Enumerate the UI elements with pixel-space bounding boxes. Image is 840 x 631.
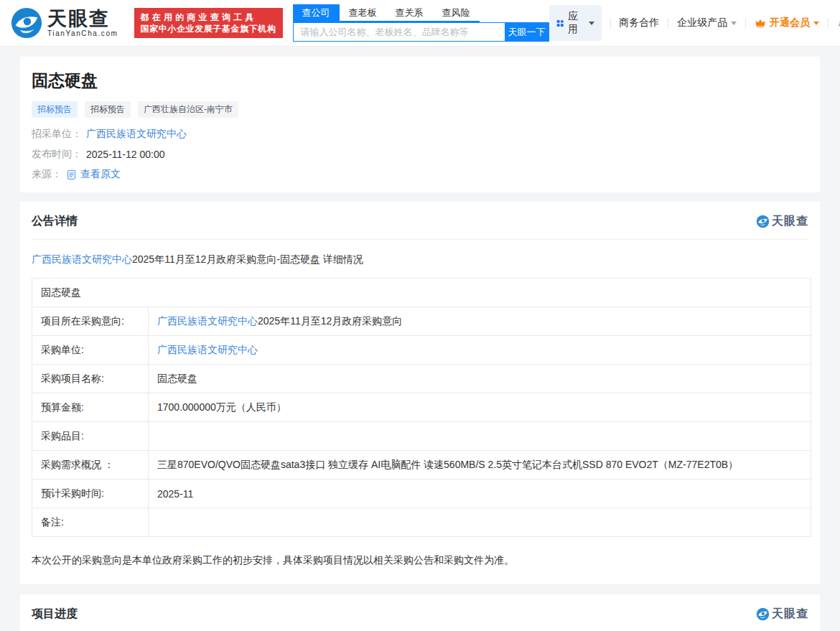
table-row: 项目所在采购意向: 广西民族语文研究中心2025年11月至12月政府采购意向	[32, 307, 811, 336]
slogan-line-1: 都在用的商业查询工具	[141, 11, 276, 23]
brand-domain: TianYanCha.com	[47, 29, 118, 37]
meta-label: 发布时间：	[32, 148, 82, 161]
chevron-down-icon	[731, 22, 737, 25]
row-value: 广西民族语文研究中心	[149, 336, 811, 365]
chevron-down-icon	[589, 22, 594, 25]
search-tabs: 查公司 查老板 查关系 查风险	[293, 4, 480, 22]
meta-row-purchaser: 招采单位： 广西民族语文研究中心	[32, 128, 808, 141]
document-icon	[66, 169, 77, 180]
header-nav: 应用 商务合作 企业级产品 开通会员	[549, 5, 840, 41]
row-value	[149, 508, 811, 537]
tag-region: 广西壮族自治区-南宁市	[138, 101, 238, 118]
table-row: 预算金额: 1700.000000万元（人民币）	[32, 393, 811, 422]
search-module: 查公司 查老板 查关系 查风险 天眼一下	[293, 4, 549, 42]
announcement-summary-card: 固态硬盘 招标预告 招标预告 广西壮族自治区-南宁市 招采单位： 广西民族语文研…	[20, 57, 820, 192]
divider	[828, 18, 829, 28]
org-link[interactable]: 广西民族语文研究中心	[32, 253, 132, 265]
row-value: 广西民族语文研究中心2025年11月至12月政府采购意向	[149, 307, 811, 336]
apps-menu-label: 应用	[568, 10, 582, 36]
section-header: 公告详情 天眼查	[20, 202, 820, 239]
nav-open-vip[interactable]: 开通会员	[755, 17, 819, 29]
watermark-brand: 天眼查	[772, 214, 808, 229]
row-label: 备注:	[32, 508, 149, 537]
nav-enterprise-products[interactable]: 企业级产品	[677, 17, 737, 29]
meta-row-publish-time: 发布时间： 2025-11-12 00:00	[32, 148, 808, 161]
brand-name: 天眼查	[47, 9, 118, 29]
tab-company[interactable]: 查公司	[293, 4, 340, 21]
meta-row-source: 来源： 查看原文	[32, 168, 808, 181]
headline-rest: 2025年11月至12月政府采购意向-固态硬盘 详细情况	[132, 253, 363, 265]
page-title: 固态硬盘	[32, 70, 808, 92]
divider	[610, 18, 611, 28]
tag-row: 招标预告 招标预告 广西壮族自治区-南宁市	[32, 101, 808, 118]
detail-table: 固态硬盘 项目所在采购意向: 广西民族语文研究中心2025年11月至12月政府采…	[32, 278, 811, 537]
search-button[interactable]: 天眼一下	[505, 22, 549, 42]
tag-bid-forecast: 招标预告	[85, 101, 131, 118]
view-original-link[interactable]: 查看原文	[80, 168, 121, 181]
tianyancha-logo[interactable]: 天眼查 TianYanCha.com	[10, 6, 118, 39]
eye-logo-icon	[756, 215, 770, 228]
row-value: 三星870EVO/QVO固态硬盘sata3接口 独立缓存 AI电脑配件 读速56…	[149, 451, 811, 480]
nav-enterprise-label: 企业级产品	[677, 17, 727, 29]
meta-label: 招采单位：	[32, 128, 82, 141]
disclaimer-note: 本次公开的采购意向是本单位政府采购工作的初步安排，具体采购项目情况以相关采购公告…	[32, 553, 808, 567]
divider	[745, 18, 746, 28]
top-header: 天眼查 TianYanCha.com 都在用的商业查询工具 国家中小企业发展子基…	[0, 0, 840, 47]
row-label: 采购单位:	[32, 336, 149, 365]
vip-crown-icon	[755, 17, 766, 29]
nav-vip-label: 开通会员	[770, 17, 810, 29]
org-link[interactable]: 广西民族语文研究中心	[157, 315, 258, 327]
tianyancha-watermark: 天眼查	[756, 607, 808, 622]
tab-risk[interactable]: 查风险	[433, 4, 480, 21]
table-row: 采购单位: 广西民族语文研究中心	[32, 336, 811, 365]
table-row: 采购项目名称: 固态硬盘	[32, 365, 811, 393]
row-label: 预计采购时间:	[32, 480, 149, 508]
row-label: 采购品目:	[32, 422, 149, 451]
notification-bell-icon[interactable]	[837, 17, 840, 29]
row-label: 采购需求概况 ：	[32, 451, 149, 480]
nav-business-cooperation[interactable]: 商务合作	[619, 17, 659, 29]
chevron-down-icon	[813, 22, 819, 25]
tab-relation[interactable]: 查关系	[386, 4, 433, 21]
table-row: 预计采购时间: 2025-11	[32, 480, 811, 508]
purchaser-link[interactable]: 广西民族语文研究中心	[86, 128, 187, 141]
tab-boss[interactable]: 查老板	[340, 4, 386, 21]
row-label: 项目所在采购意向:	[32, 307, 149, 336]
table-header-cell: 固态硬盘	[32, 279, 811, 307]
table-row: 备注:	[32, 508, 811, 537]
publish-time-value: 2025-11-12 00:00	[86, 149, 165, 160]
row-value: 固态硬盘	[149, 365, 811, 393]
tag-bid-forecast-primary: 招标预告	[32, 101, 78, 118]
row-label: 采购项目名称:	[32, 365, 149, 393]
section-header: 项目进度 天眼查	[20, 594, 820, 631]
apps-grid-icon	[556, 18, 564, 29]
table-row: 固态硬盘	[32, 279, 811, 307]
divider	[668, 18, 668, 28]
row-value: 2025-11	[149, 480, 811, 508]
meta-list: 招采单位： 广西民族语文研究中心 发布时间： 2025-11-12 00:00 …	[32, 128, 808, 181]
row-value-text: 2025年11月至12月政府采购意向	[258, 315, 402, 327]
table-row: 采购需求概况 ： 三星870EVO/QVO固态硬盘sata3接口 独立缓存 AI…	[32, 451, 811, 480]
divider	[32, 239, 808, 240]
meta-label: 来源：	[32, 168, 62, 181]
announcement-detail-card: 公告详情 天眼查 广西民族语文研究中心2025年11月至12月政府采购意向-固态…	[20, 202, 820, 584]
tianyancha-watermark: 天眼查	[756, 214, 808, 229]
search-input[interactable]	[293, 22, 505, 42]
table-row: 采购品目:	[32, 422, 811, 451]
section-title: 项目进度	[32, 607, 78, 622]
row-value	[149, 422, 811, 451]
slogan-line-2: 国家中小企业发展子基金旗下机构	[141, 23, 276, 34]
row-label: 预算金额:	[32, 393, 149, 422]
section-title: 公告详情	[32, 214, 78, 229]
eye-logo-icon	[756, 607, 770, 621]
row-value: 1700.000000万元（人民币）	[149, 393, 811, 422]
announcement-headline: 广西民族语文研究中心2025年11月至12月政府采购意向-固态硬盘 详细情况	[32, 253, 808, 266]
eye-logo-icon	[10, 6, 43, 39]
org-link[interactable]: 广西民族语文研究中心	[157, 344, 258, 355]
apps-menu[interactable]: 应用	[549, 5, 602, 41]
watermark-brand: 天眼查	[772, 607, 808, 622]
project-progress-card: 项目进度 天眼查 2025-11-12 招标公告 固态硬盘 当前公告	[20, 594, 820, 631]
slogan-badge: 都在用的商业查询工具 国家中小企业发展子基金旗下机构	[134, 8, 283, 38]
